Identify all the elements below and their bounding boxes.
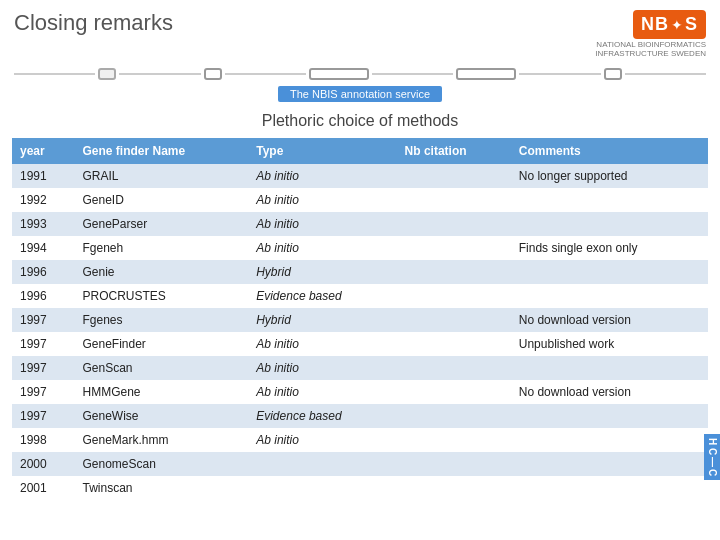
table-cell: Hybrid xyxy=(248,308,396,332)
table-cell: 1997 xyxy=(12,404,74,428)
page-header: Closing remarks NB ✦ S NATIONAL BIOINFOR… xyxy=(0,0,720,64)
table-cell: Ab initio xyxy=(248,188,396,212)
table-row: 1992GeneIDAb initio xyxy=(12,188,708,212)
table-cell: Evidence based xyxy=(248,404,396,428)
annotation-label: The NBIS annotation service xyxy=(0,84,720,106)
table-wrapper: year Gene finder Name Type Nb citation C… xyxy=(0,138,720,500)
sidebar-char-2: C xyxy=(707,448,718,455)
table-cell xyxy=(397,260,511,284)
timeline-node-3 xyxy=(309,68,369,80)
table-cell xyxy=(511,212,708,236)
table-cell: Fgenes xyxy=(74,308,248,332)
col-gene-finder: Gene finder Name xyxy=(74,138,248,164)
section-heading: Plethoric choice of methods xyxy=(0,112,720,130)
table-cell: Genie xyxy=(74,260,248,284)
table-cell xyxy=(511,188,708,212)
table-cell: Ab initio xyxy=(248,380,396,404)
annotation-service-label: The NBIS annotation service xyxy=(278,86,442,102)
table-cell xyxy=(397,332,511,356)
table-cell xyxy=(511,476,708,500)
table-row: 2001Twinscan xyxy=(12,476,708,500)
logo-star: ✦ xyxy=(671,17,683,33)
table-cell xyxy=(397,356,511,380)
table-cell xyxy=(511,356,708,380)
right-sidebar: H C — C xyxy=(704,434,720,480)
table-cell xyxy=(397,164,511,188)
table-cell: Ab initio xyxy=(248,236,396,260)
table-header-row: year Gene finder Name Type Nb citation C… xyxy=(12,138,708,164)
table-cell: 1997 xyxy=(12,308,74,332)
col-nb-citation: Nb citation xyxy=(397,138,511,164)
table-cell: Finds single exon only xyxy=(511,236,708,260)
table-cell: 1996 xyxy=(12,260,74,284)
table-cell: GeneFinder xyxy=(74,332,248,356)
table-cell xyxy=(397,428,511,452)
table-cell xyxy=(397,404,511,428)
table-row: 1993GeneParserAb initio xyxy=(12,212,708,236)
table-cell xyxy=(397,452,511,476)
table-cell xyxy=(511,452,708,476)
table-cell xyxy=(511,260,708,284)
table-row: 1997GeneFinderAb initioUnpublished work xyxy=(12,332,708,356)
table-cell: GRAIL xyxy=(74,164,248,188)
table-cell: Ab initio xyxy=(248,212,396,236)
table-cell xyxy=(248,476,396,500)
sidebar-char-4: C xyxy=(707,469,718,476)
timeline-line-4 xyxy=(372,73,453,75)
table-cell: 1997 xyxy=(12,356,74,380)
table-cell: GenomeScan xyxy=(74,452,248,476)
table-row: 1997GeneWiseEvidence based xyxy=(12,404,708,428)
table-cell xyxy=(397,188,511,212)
table-row: 1998GeneMark.hmmAb initio xyxy=(12,428,708,452)
col-year: year xyxy=(12,138,74,164)
table-cell: GenScan xyxy=(74,356,248,380)
table-cell xyxy=(511,404,708,428)
table-cell xyxy=(397,476,511,500)
table-cell: Fgeneh xyxy=(74,236,248,260)
page-title: Closing remarks xyxy=(14,10,173,36)
table-row: 1997GenScanAb initio xyxy=(12,356,708,380)
timeline-line-2 xyxy=(119,73,200,75)
logo-area: NB ✦ S NATIONAL BIOINFORMATICSINFRASTRUC… xyxy=(595,10,706,58)
table-cell: Twinscan xyxy=(74,476,248,500)
table-cell: 1991 xyxy=(12,164,74,188)
table-cell xyxy=(397,380,511,404)
table-cell: Hybrid xyxy=(248,260,396,284)
table-row: 1994FgenehAb initioFinds single exon onl… xyxy=(12,236,708,260)
logo-box: NB ✦ S xyxy=(633,10,706,39)
table-cell: 1993 xyxy=(12,212,74,236)
logo-text: NB xyxy=(641,14,669,35)
timeline-node-4 xyxy=(456,68,516,80)
table-cell: Unpublished work xyxy=(511,332,708,356)
table-row: 1996GenieHybrid xyxy=(12,260,708,284)
timeline-node-5 xyxy=(604,68,622,80)
table-cell: No download version xyxy=(511,380,708,404)
table-cell: Ab initio xyxy=(248,332,396,356)
table-cell: GeneID xyxy=(74,188,248,212)
table-cell: Evidence based xyxy=(248,284,396,308)
table-cell xyxy=(397,284,511,308)
timeline-line-1 xyxy=(14,73,95,75)
table-cell: HMMGene xyxy=(74,380,248,404)
table-cell: GeneMark.hmm xyxy=(74,428,248,452)
table-row: 1997FgenesHybridNo download version xyxy=(12,308,708,332)
table-row: 1996PROCRUSTESEvidence based xyxy=(12,284,708,308)
table-cell: 1992 xyxy=(12,188,74,212)
sidebar-char-1: H xyxy=(707,438,718,445)
table-cell: No longer supported xyxy=(511,164,708,188)
table-cell: 1996 xyxy=(12,284,74,308)
table-cell xyxy=(511,428,708,452)
logo-subtitle: NATIONAL BIOINFORMATICSINFRASTRUCTURE SW… xyxy=(595,40,706,58)
timeline xyxy=(0,64,720,84)
timeline-line-3 xyxy=(225,73,306,75)
table-cell: 1998 xyxy=(12,428,74,452)
data-table: year Gene finder Name Type Nb citation C… xyxy=(12,138,708,500)
table-cell xyxy=(397,212,511,236)
table-cell: 2001 xyxy=(12,476,74,500)
table-cell: 2000 xyxy=(12,452,74,476)
table-cell: 1994 xyxy=(12,236,74,260)
table-cell xyxy=(397,308,511,332)
col-comments: Comments xyxy=(511,138,708,164)
timeline-node-2 xyxy=(204,68,222,80)
table-cell: Ab initio xyxy=(248,356,396,380)
